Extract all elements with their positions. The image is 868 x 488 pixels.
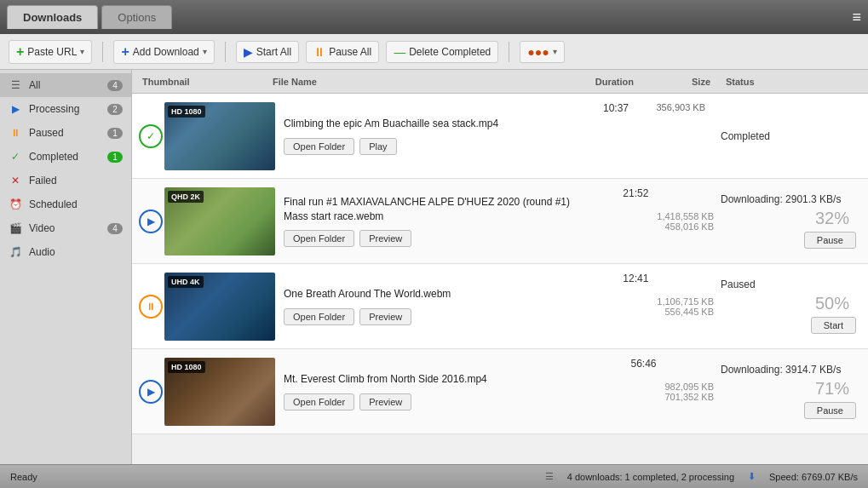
sidebar-label-audio: Audio xyxy=(29,246,55,258)
filename-1: Climbing the epic Am Buachaille sea stac… xyxy=(284,117,560,131)
sidebar-item-audio[interactable]: 🎵 Audio xyxy=(0,240,131,264)
sidebar-label-scheduled: Scheduled xyxy=(29,198,78,210)
sidebar-item-scheduled[interactable]: ⏰ Scheduled xyxy=(0,192,131,216)
filename-3: One Breath Around The World.webm xyxy=(284,287,580,301)
separator-1 xyxy=(102,42,103,62)
processing-icon: ▶ xyxy=(9,103,22,115)
filename-2: Final run #1 MAXIAVALANCHE ALPE D'HUEZ 2… xyxy=(284,195,580,224)
pause-icon: ⏸ xyxy=(313,45,325,59)
duration-1: 10:37 xyxy=(569,100,637,114)
item-actions-1: Open Folder Play xyxy=(284,138,560,155)
action-btn2-1[interactable]: Play xyxy=(359,138,396,155)
item-info-4: Mt. Everest Climb from North Side 2016.m… xyxy=(275,372,597,410)
sidebar-label-paused: Paused xyxy=(29,127,64,139)
item-actions-3: Open Folder Preview xyxy=(284,308,580,325)
dots-icon: ●●● xyxy=(527,45,549,59)
thumbnail-3: UHD 4K xyxy=(164,273,275,341)
status-percent-2: 32% xyxy=(815,209,856,228)
item-status-4: Downloading: 3914.7 KB/s 71% Pause xyxy=(714,364,863,419)
add-download-dropdown-icon: ▾ xyxy=(203,47,207,56)
main-content: ☰ All 4 ▶ Processing 2 ⏸ Paused 1 ✓ Comp… xyxy=(0,70,868,464)
item-actions-4: Open Folder Preview xyxy=(284,393,589,410)
sidebar-item-completed[interactable]: ✓ Completed 1 xyxy=(0,145,131,169)
sidebar-label-all: All xyxy=(29,79,40,91)
status-icon-wrapper-3: ⏸ xyxy=(137,295,164,319)
thumbnail-1: HD 1080 xyxy=(164,102,275,170)
paste-url-dropdown-icon: ▾ xyxy=(80,47,84,56)
pause-all-button[interactable]: ⏸ Pause All xyxy=(306,41,379,63)
status-text-3: Paused xyxy=(721,278,756,290)
status-bar: Ready ☰ 4 downloads: 1 completed, 2 proc… xyxy=(0,464,868,488)
sidebar-badge-completed: 1 xyxy=(107,152,123,163)
audio-icon: 🎵 xyxy=(9,246,22,258)
sidebar-badge-video: 4 xyxy=(107,223,123,234)
action-btn2-3[interactable]: Preview xyxy=(359,308,411,325)
status-icon-wrapper-2: ▶ xyxy=(137,210,164,233)
menu-icon[interactable]: ≡ xyxy=(852,9,861,26)
plus-green-icon: + xyxy=(16,44,24,60)
downloads-count-icon: ☰ xyxy=(545,471,554,482)
speed-text: Speed: 6769.07 KB/s xyxy=(769,472,858,482)
downloads-info: 4 downloads: 1 completed, 2 processing xyxy=(567,472,734,482)
open-folder-btn-4[interactable]: Open Folder xyxy=(284,393,354,410)
add-download-button[interactable]: + Add Download ▾ xyxy=(113,40,214,64)
status-action-btn-3[interactable]: Start xyxy=(811,317,856,334)
tab-options[interactable]: Options xyxy=(101,5,172,29)
duration-2: 21:52 xyxy=(589,186,657,199)
downloads-area: Thumbnail File Name Duration Size Status… xyxy=(132,70,868,464)
separator-2 xyxy=(225,42,226,62)
download-item-4: ▶ HD 1080 Mt. Everest Climb from North S… xyxy=(132,349,868,434)
sidebar-label-video: Video xyxy=(29,222,55,234)
action-btn2-2[interactable]: Preview xyxy=(359,230,411,247)
quality-badge-4: HD 1080 xyxy=(168,361,205,373)
item-info-1: Climbing the epic Am Buachaille sea stac… xyxy=(275,117,569,155)
status-text-2: Downloading: 2901.3 KB/s xyxy=(721,193,841,205)
thumbnail-4: HD 1080 xyxy=(164,358,275,426)
item-info-3: One Breath Around The World.webm Open Fo… xyxy=(275,287,589,325)
sidebar-item-paused[interactable]: ⏸ Paused 1 xyxy=(0,121,131,145)
status-action-btn-2[interactable]: Pause xyxy=(804,232,856,249)
scheduled-icon: ⏰ xyxy=(9,198,22,210)
sidebar-badge-all: 4 xyxy=(107,80,123,91)
plus-blue-icon: + xyxy=(121,44,129,60)
status-icon-3: ⏸ xyxy=(139,295,163,319)
open-folder-btn-2[interactable]: Open Folder xyxy=(284,230,354,247)
download-item-2: ▶ QHD 2K Final run #1 MAXIAVALANCHE ALPE… xyxy=(132,179,868,264)
sidebar-item-failed[interactable]: ✕ Failed xyxy=(0,169,131,192)
status-action-btn-4[interactable]: Pause xyxy=(804,402,856,419)
separator-3 xyxy=(509,42,509,62)
sidebar-item-all[interactable]: ☰ All 4 xyxy=(0,73,131,97)
downloads-list: ✓ HD 1080 Climbing the epic Am Buachaill… xyxy=(132,94,868,434)
start-all-button[interactable]: ▶ Start All xyxy=(236,41,299,63)
sidebar-item-video[interactable]: 🎬 Video 4 xyxy=(0,216,131,240)
title-bar: Downloads Options ≡ xyxy=(0,0,868,34)
status-icon-4: ▶ xyxy=(139,380,163,404)
toolbar: + Paste URL ▾ + Add Download ▾ ▶ Start A… xyxy=(0,34,868,70)
paused-icon: ⏸ xyxy=(9,127,22,139)
open-folder-btn-3[interactable]: Open Folder xyxy=(284,308,354,325)
sidebar-badge-paused: 1 xyxy=(107,128,123,139)
quality-badge-1: HD 1080 xyxy=(168,106,205,118)
sidebar-label-failed: Failed xyxy=(29,175,57,187)
sidebar-label-completed: Completed xyxy=(29,151,78,163)
status-text-4: Downloading: 3914.7 KB/s xyxy=(721,364,841,376)
item-actions-2: Open Folder Preview xyxy=(284,230,580,247)
ready-text: Ready xyxy=(10,472,37,482)
item-size-4: 982,095 KB 701,352 KB xyxy=(665,382,715,402)
status-icon-2: ▶ xyxy=(139,210,163,233)
open-folder-btn-1[interactable]: Open Folder xyxy=(284,138,354,155)
status-percent-4: 71% xyxy=(815,379,856,399)
item-status-3: Paused 50% Start xyxy=(714,278,863,334)
status-icon-1: ✓ xyxy=(139,124,163,148)
video-icon: 🎬 xyxy=(9,222,22,234)
column-headers: Thumbnail File Name Duration Size Status xyxy=(132,70,868,94)
paste-url-button[interactable]: + Paste URL ▾ xyxy=(9,40,92,64)
col-thumbnail-header: Thumbnail xyxy=(132,77,273,87)
sidebar-item-processing[interactable]: ▶ Processing 2 xyxy=(0,97,131,121)
action-btn2-4[interactable]: Preview xyxy=(359,393,411,410)
tab-downloads[interactable]: Downloads xyxy=(7,5,98,29)
col-size-header: Size xyxy=(642,77,719,87)
download-item-3: ⏸ UHD 4K One Breath Around The World.web… xyxy=(132,264,868,349)
more-options-button[interactable]: ●●● ▾ xyxy=(520,41,564,63)
delete-completed-button[interactable]: — Delete Completed xyxy=(386,41,498,63)
